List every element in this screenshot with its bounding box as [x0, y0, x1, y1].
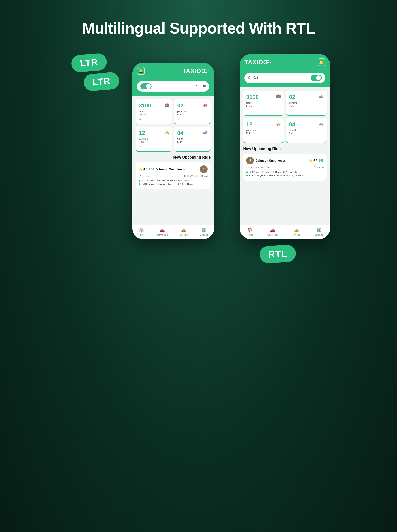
cancel-icon-ltr: 🚙: [203, 130, 208, 134]
star-icon-ltr: ⭐: [139, 168, 143, 171]
stat-cancel-ltr[interactable]: 🚙 04 cancelRide →: [174, 127, 211, 152]
nav-settings-ltr[interactable]: ⚙️ Settings: [199, 227, 208, 236]
nav-myride-label-ltr: MyRide: [180, 233, 187, 236]
bell-icon-ltr[interactable]: 🔔: [137, 67, 145, 75]
nav-activeride-label-ltr: ActiveRide: [156, 233, 168, 236]
rtl-logo: TAXIDŒ·: [244, 59, 271, 66]
ltr-body: 💼 3100 totalEarning → 🚗 02 pendingRide →…: [132, 96, 214, 227]
nav-settings-label-rtl: Settings: [315, 233, 323, 236]
cancel-label-ltr: cancelRide: [177, 137, 208, 144]
rating-ltr: ⭐ 4.5: [139, 168, 147, 171]
ride-card-rtl[interactable]: J Johnson Smithkover ⭐ 4.5 256 15 Dec'23…: [243, 154, 327, 181]
rating-value-rtl: 4.5: [313, 159, 317, 162]
stat-cancel-rtl[interactable]: 🚙 04 cancelRide →: [286, 118, 327, 143]
activeride-icon-ltr: 🚗: [159, 227, 165, 232]
earning-arrow-ltr: →: [139, 118, 169, 121]
avatar-ltr: J: [200, 165, 208, 173]
pending-number-rtl: 02: [289, 94, 323, 100]
avatar-rtl: J: [246, 157, 254, 164]
nav-home-ltr[interactable]: 🏠 Home: [138, 227, 145, 236]
nav-home-label-ltr: Home: [138, 233, 145, 236]
nav-settings-label-ltr: Settings: [199, 233, 208, 236]
earning-icon-rtl: 💼: [276, 94, 281, 99]
nav-myride-rtl[interactable]: 🚕 MyRide: [292, 227, 300, 236]
toggle-switch-ltr[interactable]: [141, 83, 152, 89]
toggle-bar-rtl: On/Off: [240, 70, 330, 87]
bell-icon-rtl[interactable]: 🔔: [317, 58, 325, 66]
section-title-rtl: New Upcoming Ride: [243, 147, 327, 151]
bottom-nav-rtl: 🏠 Home 🚗 ActiveRide 🚕 MyRide ⚙️ Settings: [240, 225, 330, 239]
complete-icon-rtl: 🚕: [276, 121, 281, 126]
settings-icon-ltr: ⚙️: [201, 227, 206, 232]
complete-number-rtl: 12: [246, 121, 281, 128]
ride-distance-ltr: 📍9.5 km: [139, 175, 149, 178]
earning-icon-ltr: 💼: [164, 102, 169, 107]
stats-grid-rtl: 💼 3100 totalEarning → 🚗 02 pendingRide →…: [243, 91, 327, 143]
ride-header-ltr: J ⭐ 4.5 256 Johnson Smithkover: [139, 165, 208, 173]
pending-label-rtl: pendingRide: [289, 101, 323, 108]
logo-text-ltr: TAXIDŒ·: [183, 68, 210, 74]
bottom-nav-ltr: 🏠 Home 🚗 ActiveRide 🚕 MyRide ⚙️ Settings: [132, 225, 214, 239]
stat-earning-rtl[interactable]: 💼 3100 totalEarning →: [243, 91, 284, 116]
nav-activeride-rtl[interactable]: 🚗 ActiveRide: [267, 227, 279, 236]
pending-label-ltr: pendingRide: [177, 110, 208, 117]
complete-arrow-ltr: →: [139, 145, 169, 148]
earning-label-ltr: totalEarning: [139, 110, 169, 117]
toggle-label-ltr: On/Off: [196, 84, 206, 88]
toggle-bar-ltr: On/Off: [132, 79, 214, 96]
rtl-label: RTL: [259, 245, 296, 264]
nav-settings-rtl[interactable]: ⚙️ Settings: [315, 227, 323, 236]
stat-pending-ltr[interactable]: 🚗 02 pendingRide →: [174, 99, 211, 125]
ride-header-rtl: J Johnson Smithkover ⭐ 4.5 256: [246, 157, 323, 164]
ride-distance-rtl: 📍9.5 km: [313, 166, 323, 169]
complete-icon-ltr: 🚕: [164, 130, 169, 134]
pending-icon-rtl: 🚗: [319, 94, 323, 99]
rtl-header: TAXIDŒ· 🔔: [240, 54, 330, 70]
complete-label-ltr: completeRide: [139, 137, 169, 144]
nav-myride-ltr[interactable]: 🚕 MyRide: [180, 227, 187, 236]
stat-complete-ltr[interactable]: 🚕 12 completeRide →: [136, 127, 172, 152]
stats-grid-ltr: 💼 3100 totalEarning → 🚗 02 pendingRide →…: [136, 99, 211, 152]
nav-activeride-label-rtl: ActiveRide: [267, 233, 279, 236]
complete-label-rtl: completeRide: [246, 129, 281, 135]
ride-to-rtl: 17600 Yonge St, Newmarket, ON L3Y 4Z1, C…: [246, 174, 323, 177]
cancel-label-rtl: cancelRide: [289, 129, 323, 135]
earning-number-rtl: 3100: [246, 94, 281, 100]
rating-value-ltr: 4.5: [143, 168, 147, 171]
stat-earning-ltr[interactable]: 💼 3100 totalEarning →: [136, 99, 172, 125]
stat-complete-rtl[interactable]: 🚕 12 completeRide →: [243, 118, 284, 143]
rider-name-rtl: Johnson Smithkover: [256, 159, 285, 162]
star-icon-rtl: ⭐: [309, 159, 313, 162]
rtl-phone: TAXIDŒ· 🔔 On/Off 💼 3100 totalEarning →: [240, 54, 330, 239]
ride-date-rtl: 15 Dec'23 at 10:15 AM: [246, 166, 270, 169]
stat-pending-rtl[interactable]: 🚗 02 pendingRide →: [286, 91, 327, 116]
cancel-icon-rtl: 🚙: [319, 121, 323, 126]
cancel-arrow-ltr: →: [177, 145, 208, 148]
nav-activeride-ltr[interactable]: 🚗 ActiveRide: [156, 227, 168, 236]
ride-count-rtl: 256: [319, 159, 323, 162]
pending-icon-ltr: 🚗: [203, 102, 208, 107]
cancel-arrow-rtl: →: [289, 137, 323, 139]
cancel-number-rtl: 04: [289, 121, 323, 128]
settings-icon-rtl: ⚙️: [316, 227, 321, 232]
ride-meta-ltr: 15 Dec'23 at 10:15 AM 📍9.5 km: [139, 175, 208, 178]
toggle-switch-rtl[interactable]: [311, 75, 322, 81]
rtl-body: 💼 3100 totalEarning → 🚗 02 pendingRide →…: [240, 87, 330, 227]
ltr-header: 🔔 TAXIDŒ·: [132, 63, 214, 79]
ride-count-ltr: 256: [149, 168, 154, 171]
ltr-label: LTR: [71, 53, 107, 73]
toggle-inner-rtl: On/Off: [244, 73, 325, 83]
myride-icon-ltr: 🚕: [181, 227, 186, 232]
toggle-inner-ltr: On/Off: [137, 81, 209, 92]
nav-home-rtl[interactable]: 🏠 Home: [247, 227, 253, 236]
ride-card-ltr[interactable]: J ⭐ 4.5 256 Johnson Smithkover 15 Dec'23…: [136, 162, 211, 189]
activeride-icon-rtl: 🚗: [270, 227, 275, 232]
complete-arrow-rtl: →: [246, 137, 281, 139]
logo-text-rtl: TAXIDŒ·: [244, 59, 271, 66]
ride-from-ltr: 220 Yonge St, Toronto, ON M5B 2H1, Canad…: [139, 179, 208, 182]
earning-arrow-rtl: →: [246, 109, 281, 112]
pending-arrow-ltr: →: [177, 118, 208, 121]
earning-label-rtl: totalEarning: [246, 101, 281, 108]
pending-arrow-rtl: →: [289, 109, 323, 112]
section-title-ltr: New Upcoming Ride: [136, 155, 211, 160]
